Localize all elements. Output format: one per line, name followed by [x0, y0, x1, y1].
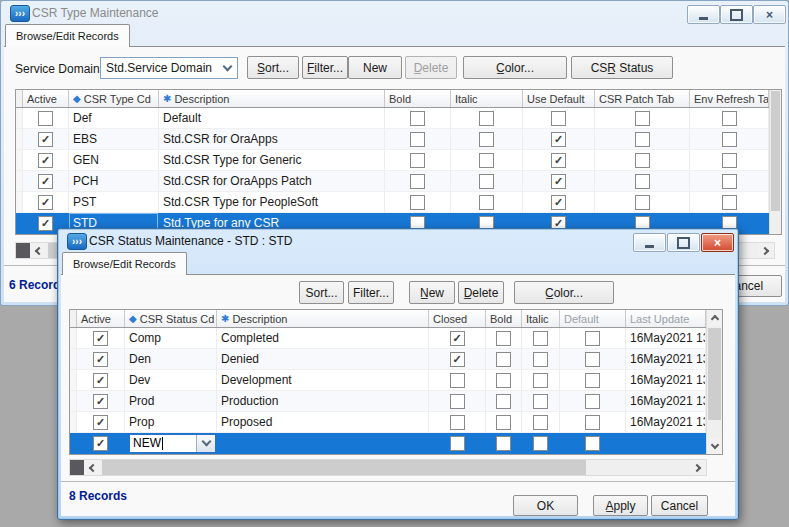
- closed-checkbox[interactable]: [450, 373, 465, 388]
- bold-cell[interactable]: [486, 349, 522, 369]
- bold-checkbox[interactable]: [496, 394, 511, 409]
- column-header-bold[interactable]: Bold: [486, 310, 522, 327]
- table-row[interactable]: DefDefault: [16, 108, 769, 129]
- use-default-cell[interactable]: ✓: [523, 192, 595, 212]
- active-cell[interactable]: ✓: [77, 328, 125, 348]
- italic-cell[interactable]: [522, 391, 560, 411]
- code-cell[interactable]: Dev: [125, 370, 217, 390]
- sort-button[interactable]: Sort...: [299, 281, 344, 304]
- bold-checkbox[interactable]: [496, 352, 511, 367]
- closed-cell[interactable]: [429, 370, 486, 390]
- row-gutter[interactable]: [70, 370, 77, 390]
- bold-cell[interactable]: [486, 391, 522, 411]
- ok-button[interactable]: OK: [513, 495, 578, 516]
- italic-cell[interactable]: [522, 370, 560, 390]
- use-default-checkbox[interactable]: ✓: [551, 132, 566, 147]
- table-row[interactable]: ✓GENStd.CSR Type for Generic✓: [16, 150, 769, 171]
- bold-checkbox[interactable]: [496, 436, 511, 451]
- use-default-checkbox[interactable]: ✓: [551, 174, 566, 189]
- bold-cell[interactable]: [486, 370, 522, 390]
- row-gutter[interactable]: [16, 108, 23, 128]
- row-gutter[interactable]: [70, 412, 77, 432]
- default-cell[interactable]: [560, 412, 626, 432]
- description-cell[interactable]: Std.CSR Type for Generic: [159, 150, 385, 170]
- maximize-button[interactable]: [720, 5, 753, 24]
- new-button[interactable]: N̲ew: [409, 281, 455, 304]
- env-refresh-tab-checkbox[interactable]: [722, 132, 737, 147]
- dropdown-button[interactable]: [196, 435, 215, 452]
- default-checkbox[interactable]: [585, 436, 600, 451]
- column-header-description[interactable]: ✱Description: [159, 90, 385, 107]
- table-row[interactable]: ✓PropProposed16May2021 13: [70, 412, 706, 433]
- table-row[interactable]: ✓EBSStd.CSR for OraApps✓: [16, 129, 769, 150]
- env-refresh-tab-cell[interactable]: [690, 108, 769, 128]
- use-default-cell[interactable]: [523, 108, 595, 128]
- env-refresh-tab-checkbox[interactable]: [722, 153, 737, 168]
- bold-checkbox[interactable]: [496, 331, 511, 346]
- active-checkbox[interactable]: ✓: [93, 394, 108, 409]
- italic-checkbox[interactable]: [533, 331, 548, 346]
- last-update-cell[interactable]: 16May2021 13: [626, 370, 706, 390]
- active-cell[interactable]: ✓: [77, 370, 125, 390]
- active-cell[interactable]: [23, 108, 69, 128]
- default-cell[interactable]: [560, 349, 626, 369]
- italic-checkbox[interactable]: [533, 373, 548, 388]
- bold-cell[interactable]: [385, 192, 451, 212]
- use-default-cell[interactable]: ✓: [523, 171, 595, 191]
- column-header-italic[interactable]: Italic: [451, 90, 523, 107]
- default-checkbox[interactable]: [585, 394, 600, 409]
- active-cell[interactable]: ✓: [23, 129, 69, 149]
- active-cell[interactable]: ✓: [77, 412, 125, 432]
- filter-button[interactable]: F̲ilter...: [302, 56, 348, 79]
- italic-checkbox[interactable]: [479, 153, 494, 168]
- code-cell[interactable]: Prod: [125, 391, 217, 411]
- active-cell[interactable]: ✓: [77, 349, 125, 369]
- close-button[interactable]: ×: [753, 5, 786, 24]
- new-button[interactable]: New: [348, 56, 402, 79]
- code-cell[interactable]: Den: [125, 349, 217, 369]
- closed-cell[interactable]: ✓: [429, 328, 486, 348]
- row-gutter[interactable]: [16, 129, 23, 149]
- row-gutter[interactable]: [16, 150, 23, 170]
- env-refresh-tab-checkbox[interactable]: [722, 195, 737, 210]
- csr-patch-tab-checkbox[interactable]: [635, 153, 650, 168]
- column-header-closed[interactable]: Closed: [429, 310, 486, 327]
- color-button[interactable]: C̲olor...: [514, 281, 614, 304]
- scroll-right-button[interactable]: [690, 460, 706, 475]
- active-checkbox[interactable]: ✓: [93, 331, 108, 346]
- csr-patch-tab-cell[interactable]: [595, 192, 690, 212]
- scrollbar-thumb[interactable]: [708, 328, 721, 420]
- close-button[interactable]: ×: [701, 233, 734, 252]
- bold-cell[interactable]: [486, 433, 522, 453]
- column-header-default[interactable]: Default: [560, 310, 626, 327]
- table-row[interactable]: ✓CompCompleted✓16May2021 13: [70, 328, 706, 349]
- active-cell[interactable]: ✓: [23, 150, 69, 170]
- code-cell[interactable]: NEW: [125, 433, 217, 453]
- active-cell[interactable]: ✓: [77, 433, 125, 453]
- column-header-use-default[interactable]: Use Default: [523, 90, 595, 107]
- closed-cell[interactable]: [429, 433, 486, 453]
- active-checkbox[interactable]: ✓: [93, 415, 108, 430]
- cancel-button[interactable]: Cancel: [651, 495, 708, 516]
- table-row[interactable]: ✓PSTStd.CSR Type for PeopleSoft✓: [16, 192, 769, 213]
- csr-patch-tab-cell[interactable]: [595, 171, 690, 191]
- italic-cell[interactable]: [451, 129, 523, 149]
- row-gutter[interactable]: [16, 213, 23, 233]
- scroll-left-button[interactable]: [84, 460, 100, 475]
- row-gutter[interactable]: [70, 391, 77, 411]
- csr-patch-tab-checkbox[interactable]: [635, 174, 650, 189]
- active-checkbox[interactable]: ✓: [38, 174, 53, 189]
- tab-browse-edit-records[interactable]: Browse/Edit Records: [5, 24, 130, 47]
- csr-patch-tab-checkbox[interactable]: [635, 132, 650, 147]
- default-checkbox[interactable]: [585, 373, 600, 388]
- column-header-bold[interactable]: Bold: [385, 90, 451, 107]
- closed-checkbox[interactable]: [450, 394, 465, 409]
- italic-checkbox[interactable]: [479, 111, 494, 126]
- description-cell[interactable]: Std.CSR for OraApps: [159, 129, 385, 149]
- description-cell[interactable]: Completed: [217, 328, 429, 348]
- column-header-code[interactable]: ◆CSR Type Cd: [69, 90, 159, 107]
- env-refresh-tab-checkbox[interactable]: [722, 111, 737, 126]
- closed-checkbox[interactable]: ✓: [450, 352, 465, 367]
- use-default-checkbox[interactable]: ✓: [551, 195, 566, 210]
- bold-cell[interactable]: [486, 328, 522, 348]
